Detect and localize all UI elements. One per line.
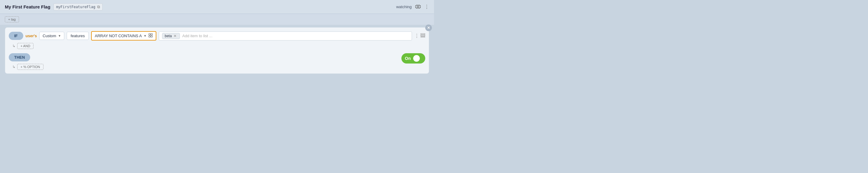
watching-label: watching	[396, 4, 412, 9]
and-row: ↳ + AND	[9, 43, 425, 49]
chip-close-button[interactable]: ✕	[173, 34, 177, 38]
chevron-down-icon: ▼	[58, 34, 61, 38]
copy-icon[interactable]: ⧉	[97, 4, 100, 9]
grid-icon[interactable]	[149, 33, 153, 39]
flag-key-text: myFirstFeatureFlag	[56, 5, 95, 9]
svg-rect-3	[151, 33, 152, 35]
rule-card: ✕ IF user's Custom ▼ features ARRAY NOT …	[5, 27, 429, 74]
top-bar: My First Feature Flag myFirstFeatureFlag…	[0, 0, 434, 14]
svg-rect-2	[149, 33, 150, 35]
beta-chip: beta ✕	[162, 33, 180, 39]
users-label: user's	[26, 33, 37, 38]
svg-rect-4	[149, 36, 150, 37]
toggle-label: On	[405, 56, 411, 61]
features-field: features	[67, 32, 89, 40]
row-dots-icon[interactable]: ⋮	[414, 33, 419, 39]
flag-title: My First Feature Flag	[5, 4, 51, 9]
tag-area: + tag	[0, 14, 434, 25]
close-rule-button[interactable]: ✕	[425, 25, 432, 31]
row-list-icon[interactable]	[421, 33, 425, 39]
add-item-placeholder[interactable]: Add item to list ...	[182, 33, 409, 38]
toggle-circle	[413, 55, 420, 62]
more-options-icon[interactable]: ⋮	[424, 4, 429, 10]
option-arrow-icon: ↳	[12, 65, 16, 69]
svg-rect-7	[421, 35, 425, 36]
operator-dropdown[interactable]: ARRAY NOT CONTAINS A ▼	[91, 31, 156, 41]
then-badge: THEN	[9, 53, 30, 61]
and-arrow-icon: ↳	[12, 44, 16, 48]
add-tag-button[interactable]: + tag	[5, 16, 19, 22]
toggle-on-button[interactable]: On	[401, 53, 425, 64]
operator-label: ARRAY NOT CONTAINS A	[95, 33, 142, 38]
svg-point-0	[415, 5, 421, 8]
add-and-button[interactable]: + AND	[17, 43, 33, 49]
eye-icon[interactable]	[415, 4, 421, 10]
top-bar-right: watching ⋮	[396, 4, 429, 10]
if-badge: IF	[9, 32, 23, 40]
main-content: ✕ IF user's Custom ▼ features ARRAY NOT …	[0, 25, 434, 79]
if-row: IF user's Custom ▼ features ARRAY NOT CO…	[9, 31, 425, 41]
then-right: On	[401, 53, 425, 64]
flag-key-badge: myFirstFeatureFlag ⧉	[54, 3, 103, 10]
option-row: ↳ + % OPTION	[9, 64, 401, 70]
then-row: THEN	[9, 53, 401, 61]
close-icon: ✕	[427, 26, 430, 30]
chevron-down-icon: ▼	[144, 34, 147, 38]
row-actions: ⋮	[414, 33, 425, 39]
custom-label: Custom	[42, 33, 56, 38]
features-text: features	[71, 33, 85, 38]
svg-rect-5	[151, 36, 152, 37]
svg-rect-8	[421, 36, 425, 37]
svg-rect-6	[421, 33, 425, 34]
value-area: beta ✕ Add item to list ...	[159, 31, 412, 41]
svg-point-1	[417, 6, 419, 7]
custom-dropdown[interactable]: Custom ▼	[39, 32, 64, 40]
then-section: THEN ↳ + % OPTION On	[9, 53, 425, 70]
add-option-button[interactable]: + % OPTION	[17, 64, 43, 70]
chip-value: beta	[165, 34, 172, 38]
